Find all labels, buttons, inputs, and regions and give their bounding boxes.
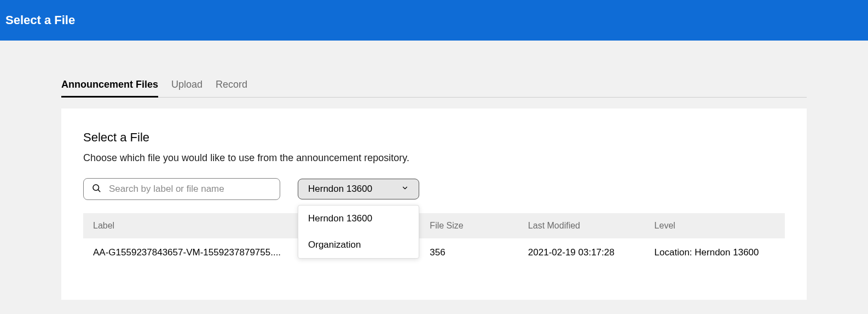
search-box[interactable]	[83, 178, 280, 200]
page-header-title: Select a File	[5, 13, 75, 27]
location-dropdown-button[interactable]: Herndon 13600	[298, 179, 419, 199]
tab-label: Upload	[171, 79, 202, 90]
panel-title: Select a File	[83, 130, 785, 145]
tab-label: Announcement Files	[61, 79, 158, 90]
tabs: Announcement Files Upload Record	[61, 73, 807, 98]
controls-row: Herndon 13600 Herndon 13600 Organization	[83, 178, 785, 200]
column-header-level[interactable]: Level	[645, 213, 785, 238]
content-wrapper: Announcement Files Upload Record Select …	[0, 73, 868, 300]
files-table: Label File Size Last Modified Level AA-G…	[83, 213, 785, 267]
dropdown-option-herndon[interactable]: Herndon 13600	[298, 205, 419, 232]
tab-label: Record	[216, 79, 247, 90]
main-panel: Select a File Choose which file you woul…	[61, 109, 807, 300]
panel-description: Choose which file you would like to use …	[83, 152, 785, 164]
tab-upload[interactable]: Upload	[171, 73, 202, 98]
search-input[interactable]	[109, 184, 272, 195]
cell-last-modified: 2021-02-19 03:17:28	[518, 238, 645, 267]
page-header: Select a File	[0, 0, 868, 41]
dropdown-option-organization[interactable]: Organization	[298, 232, 419, 258]
location-dropdown-menu: Herndon 13600 Organization	[298, 205, 419, 259]
location-dropdown: Herndon 13600 Herndon 13600 Organization	[298, 179, 419, 199]
column-header-last-modified[interactable]: Last Modified	[518, 213, 645, 238]
svg-point-0	[93, 185, 99, 191]
tab-record[interactable]: Record	[216, 73, 247, 98]
dropdown-option-label: Organization	[308, 239, 361, 250]
dropdown-selected-label: Herndon 13600	[308, 184, 372, 195]
tab-announcement-files[interactable]: Announcement Files	[61, 73, 158, 98]
search-icon	[91, 183, 101, 195]
column-header-filesize[interactable]: File Size	[420, 213, 518, 238]
cell-level: Location: Herndon 13600	[645, 238, 785, 267]
dropdown-option-label: Herndon 13600	[308, 213, 372, 224]
table-row[interactable]: AA-G1559237843657-VM-1559237879755.... 3…	[83, 238, 785, 267]
cell-filesize: 356	[420, 238, 518, 267]
table-header-row: Label File Size Last Modified Level	[83, 213, 785, 238]
chevron-down-icon	[401, 184, 409, 195]
svg-line-1	[98, 190, 100, 191]
